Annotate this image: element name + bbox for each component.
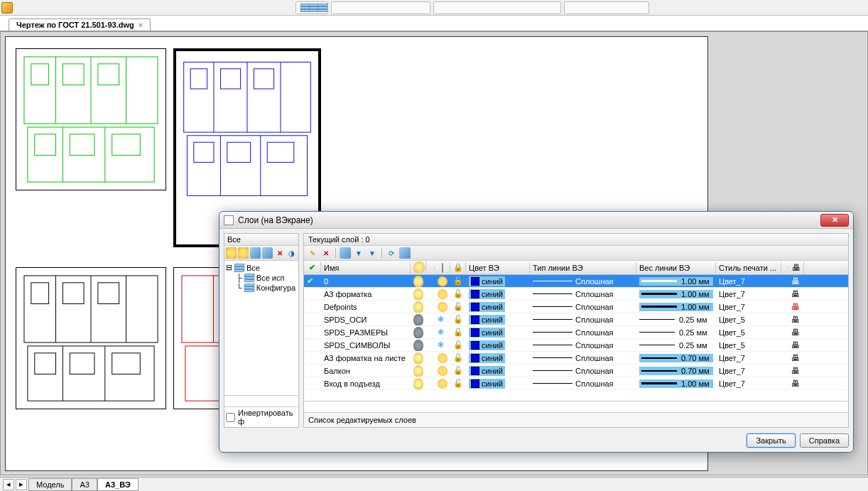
invert-checkbox[interactable] bbox=[226, 413, 235, 422]
layer-row[interactable]: БалконсинийСплошная0.70 ммЦвет_7 bbox=[304, 365, 848, 377]
cell-plot[interactable] bbox=[788, 377, 804, 389]
cell-plotstyle[interactable]: Цвет_5 bbox=[716, 326, 781, 338]
cell-lock[interactable] bbox=[450, 377, 466, 389]
new-layer-icon[interactable]: ✎ bbox=[307, 247, 318, 259]
col-plot[interactable] bbox=[788, 261, 804, 274]
cell-color[interactable]: синий bbox=[466, 313, 530, 325]
close-button[interactable]: ✕ bbox=[820, 214, 849, 227]
layers-icon[interactable] bbox=[262, 247, 273, 259]
close-dialog-button[interactable]: Закрыть bbox=[747, 433, 795, 448]
cell-on[interactable] bbox=[411, 326, 426, 338]
cell-freeze[interactable] bbox=[435, 339, 450, 351]
tab-model[interactable]: Модель bbox=[28, 478, 72, 491]
col-freeze[interactable] bbox=[435, 262, 450, 274]
tree-node-used[interactable]: ├ Все исп bbox=[226, 273, 297, 283]
cell-status[interactable] bbox=[304, 288, 321, 300]
cell-lineweight[interactable]: 1.00 мм bbox=[636, 275, 716, 287]
cell-linetype[interactable]: Сплошная bbox=[530, 339, 636, 351]
cell-name[interactable]: А3 форматка на листе bbox=[321, 352, 411, 364]
cell-on[interactable] bbox=[411, 339, 426, 351]
help-button[interactable]: Справка bbox=[800, 433, 849, 448]
layer-row[interactable]: Вход в подъездсинийСплошная1.00 ммЦвет_7 bbox=[304, 377, 848, 390]
layer-row[interactable]: SPDS_ОСИсинийСплошная0.25 ммЦвет_5 bbox=[304, 313, 848, 326]
cell-lock[interactable] bbox=[450, 339, 466, 351]
col-name[interactable]: Имя bbox=[321, 262, 411, 274]
cell-freeze[interactable] bbox=[435, 301, 450, 313]
cell-linetype[interactable]: Сплошная bbox=[530, 288, 636, 300]
toolbar-segment[interactable] bbox=[331, 1, 430, 14]
cell-plot[interactable] bbox=[788, 339, 804, 351]
cell-lineweight[interactable]: 0.25 мм bbox=[636, 326, 716, 338]
cell-plotstyle[interactable]: Цвет_7 bbox=[716, 352, 781, 364]
viewport-1[interactable] bbox=[16, 48, 166, 190]
cell-linetype[interactable]: Сплошная bbox=[530, 365, 636, 377]
cell-freeze[interactable] bbox=[435, 352, 450, 364]
sun-icon[interactable] bbox=[238, 247, 249, 259]
cell-linetype[interactable]: Сплошная bbox=[530, 313, 636, 325]
cell-status[interactable]: ✔ bbox=[304, 275, 321, 287]
cell-linetype[interactable]: Сплошная bbox=[530, 352, 636, 364]
cell-lock[interactable] bbox=[450, 352, 466, 364]
toolbar-segment[interactable] bbox=[564, 1, 649, 14]
cell-plot[interactable] bbox=[788, 326, 804, 338]
grid-rows[interactable]: ✔0синийСплошная1.00 ммЦвет_7А3 форматкас… bbox=[304, 275, 848, 401]
cell-linetype[interactable]: Сплошная bbox=[530, 275, 636, 287]
cell-status[interactable] bbox=[304, 326, 321, 338]
tab-a3-ve[interactable]: А3_ВЭ bbox=[97, 478, 139, 491]
cell-freeze[interactable] bbox=[435, 365, 450, 377]
cell-name[interactable]: 0 bbox=[321, 275, 411, 287]
cell-plotstyle[interactable]: Цвет_7 bbox=[716, 365, 781, 377]
cell-freeze[interactable] bbox=[435, 326, 450, 338]
cell-on[interactable] bbox=[411, 313, 426, 325]
cell-lock[interactable] bbox=[450, 275, 466, 287]
cell-lineweight[interactable]: 1.00 мм bbox=[636, 301, 716, 313]
cell-freeze[interactable] bbox=[435, 313, 450, 325]
filter-icon[interactable]: ▼ bbox=[367, 247, 378, 259]
sun-icon[interactable] bbox=[226, 247, 237, 259]
cell-on[interactable] bbox=[411, 365, 426, 377]
cell-name[interactable]: Defpoints bbox=[321, 301, 411, 313]
col-color[interactable]: Цвет ВЭ bbox=[466, 262, 530, 274]
layer-row[interactable]: ✔0синийСплошная1.00 ммЦвет_7 bbox=[304, 275, 848, 288]
delete-layer-icon[interactable]: ✕ bbox=[320, 247, 332, 259]
cell-status[interactable] bbox=[304, 339, 321, 351]
invert-filter[interactable]: Инвертировать ф bbox=[224, 406, 298, 427]
cell-lineweight[interactable]: 0.25 мм bbox=[636, 339, 716, 351]
cell-plot[interactable] bbox=[788, 288, 804, 300]
cell-lock[interactable] bbox=[450, 301, 466, 313]
cell-lock[interactable] bbox=[450, 313, 466, 325]
scroll-left-icon[interactable]: ◂ bbox=[3, 479, 14, 490]
col-status[interactable]: ✔ bbox=[304, 261, 321, 274]
cell-freeze[interactable] bbox=[435, 275, 450, 287]
col-lineweight[interactable]: Вес линии ВЭ bbox=[636, 262, 716, 274]
filter-icon[interactable]: ▼ bbox=[353, 247, 364, 259]
cell-status[interactable] bbox=[304, 301, 321, 313]
cell-status[interactable] bbox=[304, 365, 321, 377]
layer-row[interactable]: А3 форматкасинийСплошная1.00 ммЦвет_7 bbox=[304, 288, 848, 301]
cell-name[interactable]: Балкон bbox=[321, 365, 411, 377]
layer-row[interactable]: DefpointsсинийСплошная1.00 ммЦвет_7 bbox=[304, 301, 848, 313]
toolbar-segment[interactable] bbox=[433, 1, 561, 14]
cell-plotstyle[interactable]: Цвет_5 bbox=[716, 313, 781, 325]
cell-on[interactable] bbox=[411, 288, 426, 300]
tree-hscroll[interactable] bbox=[224, 395, 298, 406]
cell-status[interactable] bbox=[304, 352, 321, 364]
cell-name[interactable]: А3 форматка bbox=[321, 288, 411, 300]
cell-lock[interactable] bbox=[450, 365, 466, 377]
cell-linetype[interactable]: Сплошная bbox=[530, 377, 636, 389]
tab-a3[interactable]: А3 bbox=[72, 478, 97, 491]
cell-on[interactable] bbox=[411, 301, 426, 313]
tree-body[interactable]: ⊟ Все ├ Все исп └ Конфигура bbox=[224, 261, 298, 395]
cell-linetype[interactable]: Сплошная bbox=[530, 301, 636, 313]
col-plotstyle[interactable]: Стиль печати ... bbox=[716, 262, 781, 274]
grid-hscroll[interactable] bbox=[304, 401, 848, 412]
refresh-icon[interactable]: ⟳ bbox=[386, 247, 397, 259]
toolbar-segment[interactable] bbox=[295, 1, 328, 14]
app-icon[interactable] bbox=[1, 2, 13, 14]
scroll-right-icon[interactable]: ▸ bbox=[16, 479, 27, 490]
cell-color[interactable]: синий bbox=[466, 301, 530, 313]
viewport-3[interactable] bbox=[16, 267, 166, 409]
cell-plot[interactable] bbox=[788, 313, 804, 325]
cell-on[interactable] bbox=[411, 352, 426, 364]
cell-linetype[interactable]: Сплошная bbox=[530, 326, 636, 338]
